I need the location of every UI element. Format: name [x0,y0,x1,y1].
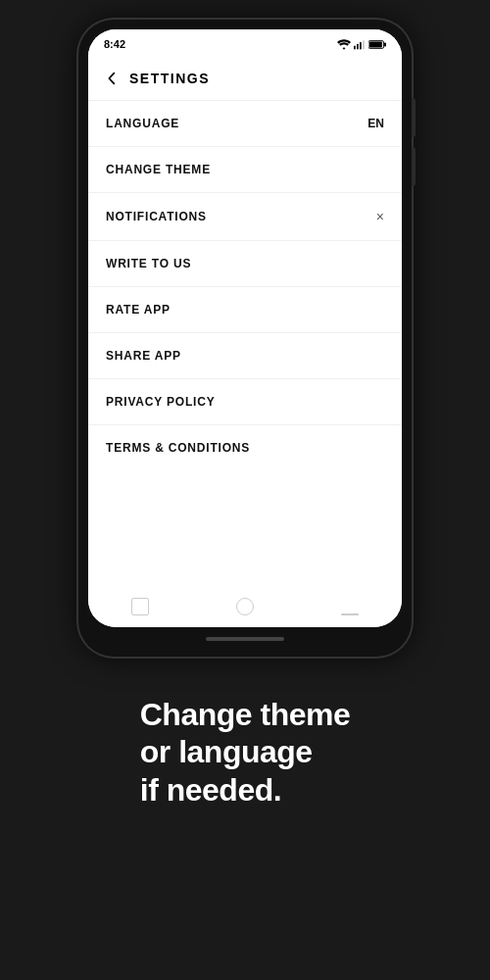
language-value: EN [368,117,384,130]
svg-rect-5 [369,41,382,47]
nav-home-icon[interactable] [236,598,254,615]
time-display: 8:42 [104,38,125,50]
language-label: LANGUAGE [106,117,179,130]
back-button[interactable] [98,65,125,92]
settings-item-share-app[interactable]: SHARE APP [88,333,402,379]
status-icons [337,39,386,50]
svg-rect-2 [360,42,362,49]
settings-item-terms[interactable]: TERMS & CONDITIONS [88,425,402,470]
caption-line2: or language [140,734,313,769]
wifi-icon [337,39,351,50]
svg-rect-0 [354,45,356,49]
settings-item-rate-app[interactable]: RATE APP [88,287,402,333]
caption-area: Change theme or language if needed. [111,657,379,980]
caption-line3: if needed. [140,772,281,808]
top-bar: SETTINGS [88,57,402,101]
signal-icon [354,39,366,50]
svg-rect-3 [363,40,365,49]
page-title: SETTINGS [129,71,210,86]
privacy-policy-label: PRIVACY POLICY [106,395,215,409]
home-bar [206,637,284,641]
status-bar: 8:42 [88,29,402,57]
settings-item-change-theme[interactable]: CHANGE THEME [88,147,402,193]
screen-bottom [88,470,402,627]
phone-device: 8:42 [78,20,412,657]
notifications-label: NOTIFICATIONS [106,210,207,223]
nav-recents-icon[interactable] [341,613,359,615]
settings-item-notifications[interactable]: NOTIFICATIONS × [88,193,402,241]
phone-bottom-bar [88,627,402,647]
notifications-close-icon: × [376,209,384,224]
change-theme-label: CHANGE THEME [106,163,211,176]
settings-item-language[interactable]: LANGUAGE EN [88,101,402,147]
settings-list: LANGUAGE EN CHANGE THEME NOTIFICATIONS ×… [88,101,402,470]
share-app-label: SHARE APP [106,349,181,363]
nav-back-icon[interactable] [131,598,149,615]
svg-rect-6 [384,42,386,46]
battery-icon [368,39,386,50]
write-to-us-label: WRITE TO US [106,257,191,270]
rate-app-label: RATE APP [106,303,171,317]
settings-item-privacy-policy[interactable]: PRIVACY POLICY [88,379,402,425]
settings-item-write-to-us[interactable]: WRITE TO US [88,241,402,287]
terms-label: TERMS & CONDITIONS [106,441,250,455]
caption-text: Change theme or language if needed. [140,696,350,808]
caption-line1: Change theme [140,697,350,732]
svg-rect-1 [357,43,359,48]
